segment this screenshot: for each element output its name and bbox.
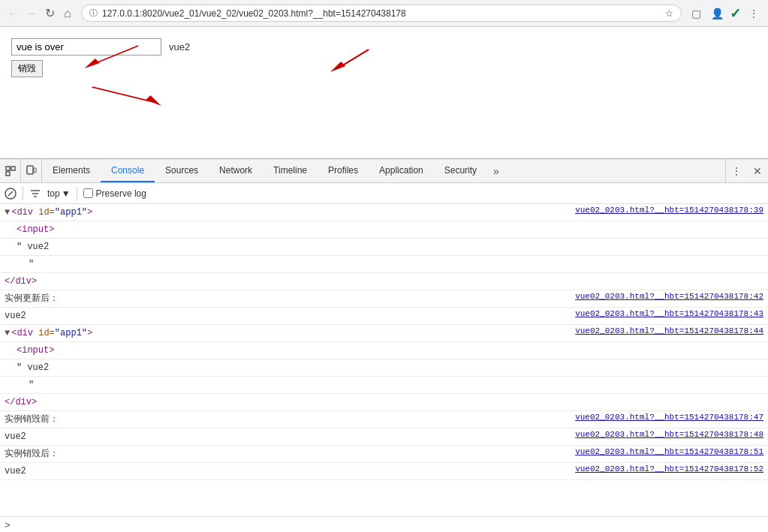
vmark: ✓ bbox=[730, 5, 741, 22]
devtools-more-options-button[interactable]: ⋮ bbox=[726, 159, 747, 183]
svg-rect-9 bbox=[6, 172, 10, 176]
console-row: vue2vue02_0203.html?__hbt=1514270438178:… bbox=[0, 428, 768, 446]
console-row-link[interactable]: vue02_0203.html?__hbt=1514270438178:52 bbox=[560, 464, 763, 473]
svg-line-4 bbox=[92, 87, 154, 102]
console-row-link[interactable]: vue02_0203.html?__hbt=1514270438178:47 bbox=[560, 413, 763, 422]
devtools-select-element-button[interactable] bbox=[0, 159, 21, 183]
console-level-select[interactable]: top ▼ bbox=[47, 188, 71, 199]
console-row-link[interactable]: vue02_0203.html?__hbt=1514270438178:39 bbox=[560, 206, 763, 215]
svg-marker-3 bbox=[330, 62, 345, 72]
devtools-right-actions: ⋮ ✕ bbox=[725, 159, 768, 182]
vue-input[interactable] bbox=[11, 38, 161, 56]
devtools-panel: Elements Console Sources Network Timelin… bbox=[0, 158, 768, 532]
console-row-link[interactable]: vue02_0203.html?__hbt=1514270438178:51 bbox=[560, 447, 763, 456]
tab-profiles[interactable]: Profiles bbox=[318, 159, 369, 182]
console-row: <input> bbox=[0, 221, 768, 239]
tab-elements[interactable]: Elements bbox=[42, 159, 101, 182]
svg-rect-7 bbox=[6, 167, 10, 170]
console-row: " vue2 bbox=[0, 359, 768, 377]
bookmark-icon[interactable]: ☆ bbox=[665, 8, 673, 19]
svg-marker-1 bbox=[85, 59, 100, 68]
devtools-close-button[interactable]: ✕ bbox=[747, 159, 768, 183]
lock-icon: ⓘ bbox=[89, 8, 98, 19]
tab-console[interactable]: Console bbox=[101, 159, 155, 182]
page-content: vue2 销毁 bbox=[0, 27, 768, 158]
console-filter-button[interactable] bbox=[29, 188, 41, 200]
tab-application[interactable]: Application bbox=[369, 159, 434, 182]
browser-chrome: ← → ↻ ⌂ ⓘ 127.0.0.1:8020/vue2_01/vue2_02… bbox=[0, 0, 768, 27]
url-text: 127.0.0.1:8020/vue2_01/vue2_02/vue02_020… bbox=[102, 8, 661, 19]
preserve-log-checkbox[interactable] bbox=[83, 188, 93, 198]
console-row: vue2vue02_0203.html?__hbt=1514270438178:… bbox=[0, 308, 768, 325]
console-row: <input> bbox=[0, 342, 768, 359]
cast-button[interactable]: ▢ bbox=[688, 5, 704, 22]
toolbar-divider-1 bbox=[23, 187, 23, 200]
tab-security[interactable]: Security bbox=[434, 159, 487, 182]
console-row: vue2vue02_0203.html?__hbt=1514270438178:… bbox=[0, 463, 768, 480]
console-row-link[interactable]: vue02_0203.html?__hbt=1514270438178:43 bbox=[560, 309, 763, 318]
chevron-down-icon: ▼ bbox=[62, 188, 71, 199]
console-row: 实例销毁后：vue02_0203.html?__hbt=151427043817… bbox=[0, 446, 768, 463]
tab-network[interactable]: Network bbox=[209, 159, 263, 182]
nav-buttons: ← → ↻ ⌂ bbox=[6, 6, 75, 21]
console-row: " vue2 bbox=[0, 239, 768, 256]
console-row: </div> bbox=[0, 394, 768, 411]
console-row: 实例更新后：vue02_0203.html?__hbt=151427043817… bbox=[0, 290, 768, 308]
vue2-label: vue2 bbox=[169, 41, 190, 53]
home-button[interactable]: ⌂ bbox=[60, 6, 75, 21]
destroy-button[interactable]: 销毁 bbox=[11, 60, 43, 77]
console-row-link[interactable]: vue02_0203.html?__hbt=1514270438178:42 bbox=[560, 292, 763, 301]
console-clear-button[interactable] bbox=[5, 188, 17, 200]
svg-line-13 bbox=[8, 191, 13, 196]
console-content[interactable]: ▼<div id="app1">vue02_0203.html?__hbt=15… bbox=[0, 204, 768, 516]
console-row: ▼<div id="app1">vue02_0203.html?__hbt=15… bbox=[0, 204, 768, 221]
svg-rect-8 bbox=[11, 167, 15, 170]
console-row-link[interactable]: vue02_0203.html?__hbt=1514270438178:48 bbox=[560, 430, 763, 439]
console-row: 实例销毁前：vue02_0203.html?__hbt=151427043817… bbox=[0, 411, 768, 428]
console-row: </div> bbox=[0, 273, 768, 290]
reload-button[interactable]: ↻ bbox=[42, 6, 57, 21]
svg-rect-11 bbox=[34, 168, 36, 173]
forward-button[interactable]: → bbox=[24, 6, 39, 21]
console-toolbar: top ▼ Preserve log bbox=[0, 183, 768, 204]
tab-more-button[interactable]: » bbox=[487, 159, 505, 182]
tab-timeline[interactable]: Timeline bbox=[263, 159, 318, 182]
console-row: " bbox=[0, 377, 768, 394]
toolbar-divider-2 bbox=[77, 187, 77, 200]
preserve-log-label[interactable]: Preserve log bbox=[83, 188, 146, 199]
console-bottom: > bbox=[0, 516, 768, 532]
back-button[interactable]: ← bbox=[6, 6, 21, 21]
menu-button[interactable]: ⋮ bbox=[745, 5, 762, 22]
devtools-tabs: Elements Console Sources Network Timelin… bbox=[42, 159, 725, 182]
devtools-toolbar: Elements Console Sources Network Timelin… bbox=[0, 159, 768, 183]
console-row: ▼<div id="app1">vue02_0203.html?__hbt=15… bbox=[0, 325, 768, 342]
chrome-actions: ▢ 👤 ✓ ⋮ bbox=[688, 5, 762, 22]
svg-rect-10 bbox=[27, 166, 33, 174]
address-bar[interactable]: ⓘ 127.0.0.1:8020/vue2_01/vue2_02/vue02_0… bbox=[81, 5, 682, 22]
tab-sources[interactable]: Sources bbox=[155, 159, 209, 182]
devtools-device-button[interactable] bbox=[21, 159, 42, 183]
console-prompt-icon: > bbox=[5, 519, 11, 530]
user-button[interactable]: 👤 bbox=[709, 5, 725, 22]
svg-marker-5 bbox=[146, 95, 161, 106]
console-row: " bbox=[0, 256, 768, 273]
console-row-link[interactable]: vue02_0203.html?__hbt=1514270438178:44 bbox=[560, 326, 763, 335]
